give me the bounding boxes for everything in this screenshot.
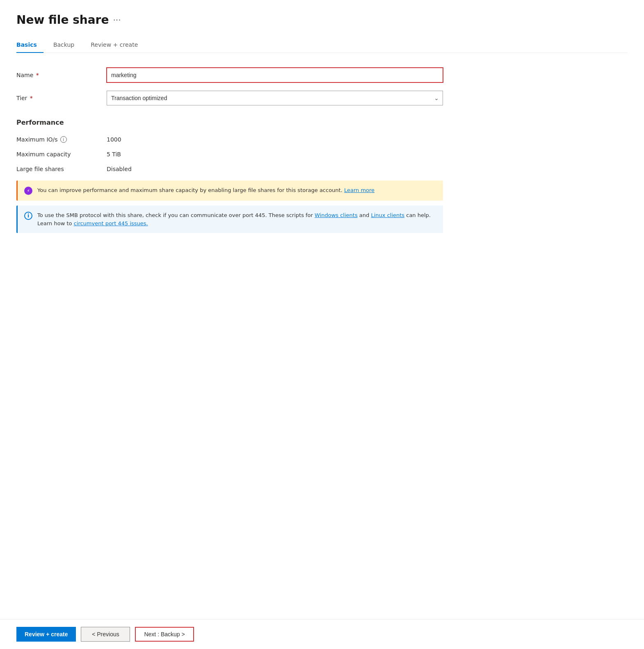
page-title: New file share	[16, 13, 109, 27]
max-ios-label: Maximum IO/s i	[16, 136, 107, 143]
smb-banner-icon: i	[24, 212, 32, 220]
name-required-star: *	[34, 72, 39, 78]
form-section: Name * Tier * Transaction optimized Hot …	[16, 68, 443, 233]
name-label: Name *	[16, 72, 107, 78]
bottom-bar: Review + create < Previous Next : Backup…	[0, 619, 644, 649]
performance-heading: Performance	[16, 119, 443, 126]
tab-backup[interactable]: Backup	[53, 38, 81, 53]
tier-select[interactable]: Transaction optimized Hot Cool	[107, 91, 443, 105]
tier-label: Tier *	[16, 95, 107, 101]
max-ios-info-icon[interactable]: i	[60, 136, 67, 143]
tier-field-row: Tier * Transaction optimized Hot Cool ⌄	[16, 91, 443, 105]
linux-clients-link[interactable]: Linux clients	[371, 212, 404, 218]
next-backup-button[interactable]: Next : Backup >	[135, 627, 194, 642]
ellipsis-menu-icon[interactable]: ···	[113, 15, 121, 25]
performance-banner: ⚡ You can improve performance and maximu…	[16, 181, 443, 201]
tier-select-wrapper: Transaction optimized Hot Cool ⌄	[107, 91, 443, 105]
max-ios-row: Maximum IO/s i 1000	[16, 136, 443, 143]
previous-button[interactable]: < Previous	[81, 627, 130, 642]
performance-banner-text: You can improve performance and maximum …	[37, 186, 375, 194]
performance-banner-icon: ⚡	[24, 187, 32, 195]
max-ios-value: 1000	[107, 136, 121, 143]
circumvent-port-link[interactable]: circumvent port 445 issues.	[74, 220, 148, 226]
windows-clients-link[interactable]: Windows clients	[315, 212, 358, 218]
max-capacity-row: Maximum capacity 5 TiB	[16, 151, 443, 158]
large-file-shares-row: Large file shares Disabled	[16, 166, 443, 172]
review-create-button[interactable]: Review + create	[16, 627, 76, 642]
tabs-nav: Basics Backup Review + create	[16, 38, 628, 53]
max-capacity-value: 5 TiB	[107, 151, 121, 158]
tab-review-create[interactable]: Review + create	[91, 38, 144, 53]
page-title-row: New file share ···	[16, 13, 628, 27]
name-field-row: Name *	[16, 68, 443, 82]
large-file-shares-label: Large file shares	[16, 166, 107, 172]
tier-required-star: *	[28, 95, 32, 101]
learn-more-link[interactable]: Learn more	[344, 187, 375, 193]
smb-banner-text: To use the SMB protocol with this share,…	[37, 211, 436, 227]
tab-basics[interactable]: Basics	[16, 38, 43, 53]
name-input[interactable]	[107, 68, 443, 82]
large-file-shares-value: Disabled	[107, 166, 132, 172]
max-capacity-label: Maximum capacity	[16, 151, 107, 158]
smb-banner: i To use the SMB protocol with this shar…	[16, 206, 443, 233]
